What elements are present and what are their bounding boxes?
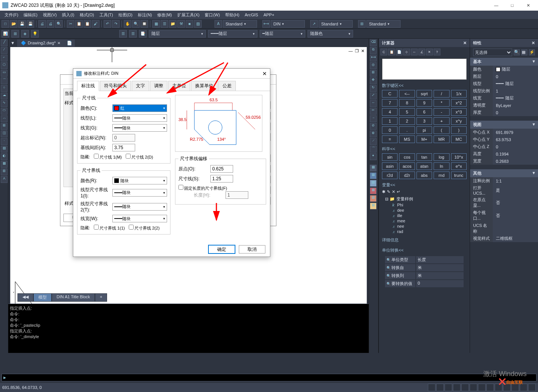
ext1-check[interactable] xyxy=(94,225,99,230)
maximize-button[interactable]: □ xyxy=(505,1,520,10)
layer-iso-button[interactable]: ◈ xyxy=(21,30,29,38)
add-layout-tab[interactable]: + xyxy=(95,293,107,302)
props-view-header[interactable]: 视图▾ xyxy=(470,121,538,129)
calc-key-log[interactable]: log xyxy=(434,153,449,161)
close-button[interactable]: ✕ xyxy=(521,1,536,10)
var-ille[interactable]: 𝑥ille xyxy=(385,213,464,218)
selection-combo[interactable]: 无选择 xyxy=(473,49,512,56)
calc-key-<--[interactable]: <-- xyxy=(399,90,415,98)
dc-button[interactable]: 📁 xyxy=(169,20,177,28)
preview-button[interactable]: 🔍 xyxy=(55,20,63,28)
minimize-button[interactable]: — xyxy=(489,1,504,10)
calc-key-)[interactable]: ) xyxy=(451,126,467,134)
polygon-tool[interactable]: ⬡ xyxy=(1,62,8,69)
palette-4[interactable]: ▦ xyxy=(370,187,377,194)
dimstyle-icon[interactable]: ⟷ xyxy=(262,20,270,28)
var-new-icon[interactable]: ✱ xyxy=(382,189,385,194)
block-tool[interactable]: ◫ xyxy=(1,131,8,137)
dim-lwt-combo[interactable]: ━━━ 随块 xyxy=(112,124,167,132)
command-input[interactable] xyxy=(2,374,536,381)
hatch-tool[interactable]: ▨ xyxy=(1,146,8,153)
print-button[interactable]: 🖨 xyxy=(38,20,46,28)
numpad-header[interactable]: 数字键区<< xyxy=(382,81,467,90)
calc-key-1/x[interactable]: 1/x xyxy=(451,90,467,98)
ok-button[interactable]: 确定 xyxy=(208,245,235,253)
ext-lw-combo[interactable]: ━━━ 随块 xyxy=(112,215,167,222)
calc-key-trunc[interactable]: trunc xyxy=(451,172,467,179)
calc-key-10^x[interactable]: 10^x xyxy=(451,153,467,161)
offset-tool[interactable]: ◎ xyxy=(370,62,377,69)
len-spinner[interactable] xyxy=(226,191,248,199)
mtext-tool[interactable]: A xyxy=(1,176,8,183)
calc-key-0[interactable]: 0 xyxy=(382,126,398,134)
tab-nav-left[interactable]: ◀◀ xyxy=(17,293,33,302)
calc-key-5[interactable]: 5 xyxy=(399,108,415,116)
plotstyle-combo[interactable]: 随颜色 xyxy=(308,30,353,38)
menu-绘图(D)[interactable]: 绘图(D) xyxy=(116,11,135,19)
layer-icon1[interactable]: ☰ xyxy=(119,30,127,38)
layout-tab[interactable]: DIN A1 Title Block xyxy=(52,293,95,302)
new-button[interactable]: □ xyxy=(2,20,9,28)
var-dee[interactable]: 𝑥dee xyxy=(385,208,464,213)
gradient-tool[interactable]: ◐ xyxy=(1,153,8,160)
otrack-toggle[interactable] xyxy=(470,384,477,391)
calc-key-7[interactable]: 7 xyxy=(382,99,398,107)
viewport-close-icon[interactable]: ✕ xyxy=(361,49,364,54)
var-Phi[interactable]: kPhi xyxy=(385,202,464,208)
menu-ArcGIS[interactable]: ArcGIS xyxy=(242,12,260,18)
dim-color-combo[interactable]: 红 xyxy=(112,104,167,112)
dlg-tab-0[interactable]: 标注线 xyxy=(77,81,99,91)
redo-button[interactable]: ↷ xyxy=(112,20,120,28)
calc-key-1[interactable]: 1 xyxy=(382,117,398,125)
var-rad[interactable]: 𝑥rad xyxy=(385,229,464,234)
calc-hist-icon[interactable]: 📋 xyxy=(388,49,395,55)
calc-key-*[interactable]: * xyxy=(434,99,449,107)
quickselect-icon[interactable]: 🔍 xyxy=(514,49,520,55)
calc-key--[interactable]: - xyxy=(434,108,449,116)
calc-key-9[interactable]: 9 xyxy=(417,99,432,107)
dlg-tab-4[interactable]: 主单位 xyxy=(168,81,190,91)
props-other-header[interactable]: 其他▾ xyxy=(470,169,538,177)
menu-帮助(H)[interactable]: 帮助(H) xyxy=(223,11,241,19)
revcloud-tool[interactable]: ☁ xyxy=(1,93,8,99)
rect-tool[interactable]: ▭ xyxy=(1,70,8,77)
calc-key-r2d[interactable]: r2d xyxy=(382,172,398,179)
menu-窗口(W)[interactable]: 窗口(W) xyxy=(202,11,222,19)
undo-button[interactable]: ↶ xyxy=(104,20,111,28)
viewport-minimize-icon[interactable]: — xyxy=(349,49,353,54)
insert-tool[interactable]: ⊞ xyxy=(1,123,8,130)
layer-mgr-button[interactable]: 📊 xyxy=(2,30,9,38)
palette-5[interactable]: ▦ xyxy=(370,195,377,202)
dim-ltype-combo[interactable]: ━━━ 随块 xyxy=(112,114,167,122)
menu-编辑(E)[interactable]: 编辑(E) xyxy=(21,11,40,19)
match-button[interactable]: 🖌 xyxy=(92,20,99,28)
mleadstyle-icon[interactable]: ↗ xyxy=(310,20,318,28)
calc-key-ln[interactable]: ln xyxy=(434,162,449,170)
snap-toggle[interactable] xyxy=(428,384,435,391)
copy-button[interactable]: 📋 xyxy=(75,20,83,28)
calc-key-M+[interactable]: M+ xyxy=(417,135,432,143)
var-del-icon[interactable]: ✕ xyxy=(392,189,395,194)
clean-toggle[interactable] xyxy=(528,384,536,391)
ortho-toggle[interactable] xyxy=(445,384,452,391)
calc-key-.[interactable]: . xyxy=(399,126,415,134)
palette-1[interactable]: ▦ xyxy=(370,165,377,172)
menu-插入(I)[interactable]: 插入(I) xyxy=(60,11,76,19)
calc-key-x^y[interactable]: x^y xyxy=(451,117,467,125)
calc-key-acos[interactable]: acos xyxy=(399,162,415,170)
calc-key-MC[interactable]: MC xyxy=(451,135,467,143)
dim1-check[interactable] xyxy=(94,154,99,159)
menu-标注(N)[interactable]: 标注(N) xyxy=(136,11,154,19)
dialog-close-button[interactable]: ✕ xyxy=(262,71,267,77)
menu-工具(T)[interactable]: 工具(T) xyxy=(97,11,115,19)
calc-clear-icon[interactable]: C xyxy=(380,49,387,55)
calc-dist-icon[interactable]: ↔ xyxy=(411,49,418,55)
layer-off-button[interactable]: 💡 xyxy=(31,30,39,38)
table-tool[interactable]: ⊞ xyxy=(1,168,8,175)
erase-tool[interactable]: ⌫ xyxy=(370,39,377,46)
fixed-len-check[interactable] xyxy=(178,185,183,190)
calc-help-icon[interactable]: ? xyxy=(434,49,440,55)
pickadd-icon[interactable]: ▦ xyxy=(521,49,527,55)
zoomw-button[interactable]: 🔲 xyxy=(140,20,148,28)
grid-toggle[interactable] xyxy=(436,384,444,391)
